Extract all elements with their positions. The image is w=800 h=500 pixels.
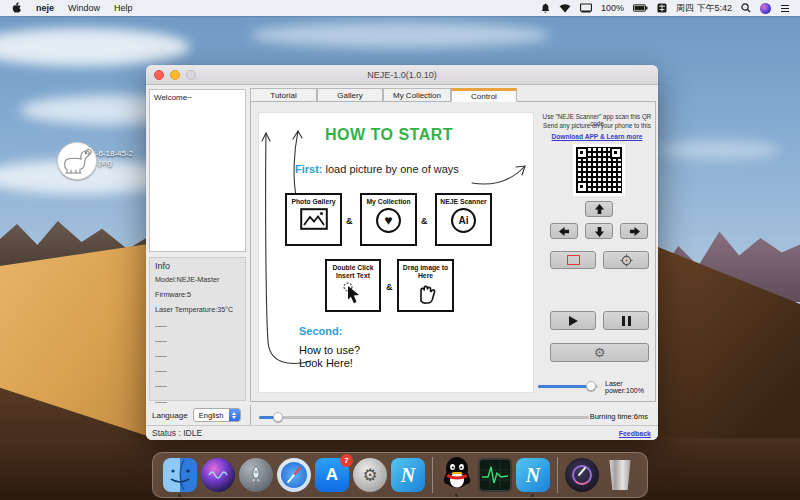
laser-power-slider[interactable] <box>538 385 598 388</box>
center-position-button[interactable] <box>603 251 649 269</box>
dock: A 7 ⚙ N N <box>152 452 648 498</box>
safari-icon <box>277 458 311 492</box>
wifi-icon[interactable] <box>559 4 571 13</box>
my-collection-box[interactable]: My Collection ♥ <box>360 193 417 246</box>
tab-gallery[interactable]: Gallery <box>317 88 383 102</box>
input-source-icon[interactable] <box>657 3 667 13</box>
start-engraving-button[interactable] <box>550 311 596 330</box>
launchpad-rocket-icon <box>239 458 273 492</box>
neje-app-window: NEJE-1.0(1.0.10) Welcome~ Info Model:NEJ… <box>146 65 658 440</box>
siri-icon <box>201 458 235 492</box>
siri-menu-icon[interactable] <box>760 3 771 14</box>
dock-item-trash[interactable] <box>603 458 637 492</box>
move-up-button[interactable] <box>585 201 613 217</box>
neje-scanner-label: NEJE Scanner <box>437 195 490 207</box>
red-rectangle-icon <box>567 255 580 265</box>
window-title-bar[interactable]: NEJE-1.0(1.0.10) <box>146 65 658 85</box>
photo-gallery-box[interactable]: Photo Gallery <box>285 193 342 246</box>
desktop-file[interactable]: 2018-6-6-18-45-2 7.png <box>57 146 147 167</box>
insert-text-box[interactable]: Double Click Insert Text <box>325 259 381 312</box>
zoom-button[interactable] <box>186 70 196 80</box>
preview-frame-button[interactable] <box>550 251 596 269</box>
laser-power-slider-thumb[interactable] <box>586 381 596 391</box>
window-title: NEJE-1.0(1.0.10) <box>367 70 437 80</box>
dock-item-launchpad[interactable] <box>239 458 273 492</box>
info-blank: ----- <box>155 336 240 345</box>
menu-item-help[interactable]: Help <box>114 3 133 13</box>
insert-text-label: Double Click Insert Text <box>327 261 379 280</box>
first-text: load picture by one of ways <box>326 163 459 175</box>
dock-item-finder[interactable] <box>163 458 197 492</box>
dock-item-neje-running[interactable]: N <box>516 458 550 492</box>
language-select[interactable]: English <box>193 408 241 422</box>
tab-control[interactable]: Control <box>451 88 517 102</box>
qq-penguin-icon <box>441 456 473 494</box>
dock-item-app-store[interactable]: A 7 <box>315 458 349 492</box>
settings-button[interactable]: ⚙ <box>550 343 649 362</box>
apple-menu-icon[interactable] <box>12 2 22 14</box>
info-title: Info <box>155 261 240 271</box>
menu-bar-clock[interactable]: 周四 下午5:42 <box>676 2 732 15</box>
feedback-link[interactable]: Feedback <box>619 430 658 437</box>
dog-drawing <box>60 145 94 177</box>
left-arrow-icon <box>559 226 570 237</box>
notification-bell-icon[interactable] <box>541 3 550 14</box>
workspace-canvas[interactable]: HOW TO START First: load picture by one … <box>258 112 534 393</box>
move-down-button[interactable] <box>585 223 613 239</box>
ampersand: & <box>346 216 353 226</box>
dock-separator <box>432 457 433 493</box>
oscilloscope-icon <box>478 458 512 492</box>
laser-power-label: Laser power:100% <box>605 380 655 394</box>
tab-tutorial[interactable]: Tutorial <box>250 88 317 102</box>
select-stepper-icon <box>229 409 240 421</box>
info-firmware: Firmware:5 <box>155 290 240 299</box>
neje-scanner-box[interactable]: NEJE Scanner Ai <box>435 193 492 246</box>
minimize-button[interactable] <box>170 70 180 80</box>
crosshair-icon <box>620 254 633 267</box>
cloud <box>660 140 780 160</box>
status-text: Status : IDLE <box>146 428 619 438</box>
cursor-click-icon <box>327 281 379 305</box>
info-blank: ----- <box>155 381 240 390</box>
dock-item-system-preferences[interactable]: ⚙ <box>353 458 387 492</box>
device-info-panel: Info Model:NEJE-Master Firmware:5 Laser … <box>149 257 246 401</box>
dock-item-neje[interactable]: N <box>391 458 425 492</box>
dock-item-serial-scope[interactable] <box>478 458 512 492</box>
dock-item-gauge[interactable] <box>565 458 599 492</box>
welcome-list[interactable]: Welcome~ <box>149 89 246 252</box>
menu-item-window[interactable]: Window <box>68 3 100 13</box>
pause-engraving-button[interactable] <box>603 311 649 330</box>
battery-icon[interactable] <box>633 4 648 12</box>
language-value: English <box>194 409 229 421</box>
move-left-button[interactable] <box>550 223 578 239</box>
tab-my-collection[interactable]: My Collection <box>383 88 451 102</box>
notification-center-icon[interactable] <box>780 4 790 13</box>
burning-time-row: Burning time:6ms <box>250 405 656 427</box>
first-label: First: <box>295 163 323 175</box>
trash-icon <box>608 460 632 490</box>
burning-time-slider-thumb[interactable] <box>273 412 283 422</box>
burning-time-slider[interactable] <box>259 416 589 419</box>
download-app-link[interactable]: Download APP & Learn more <box>537 133 657 140</box>
spotlight-search-icon[interactable] <box>741 3 751 13</box>
app-store-icon: A 7 <box>315 458 349 492</box>
move-right-button[interactable] <box>620 223 648 239</box>
display-mirroring-icon[interactable] <box>580 3 592 13</box>
drag-image-box[interactable]: Drag image to Here <box>397 259 454 312</box>
photo-icon <box>287 208 340 230</box>
qr-instruction-line2: Send any picture on your phone to this <box>537 122 657 129</box>
menu-item-neje[interactable]: neje <box>36 3 54 13</box>
dock-item-qq[interactable] <box>440 458 474 492</box>
gear-icon: ⚙ <box>353 458 387 492</box>
right-arrow-icon <box>629 226 640 237</box>
welcome-list-item[interactable]: Welcome~ <box>150 90 245 105</box>
second-label: Second: <box>299 325 342 337</box>
second-line1: How to use? <box>299 344 360 356</box>
close-button[interactable] <box>154 70 164 80</box>
photo-gallery-label: Photo Gallery <box>287 195 340 207</box>
dock-item-safari[interactable] <box>277 458 311 492</box>
dock-item-siri[interactable] <box>201 458 235 492</box>
battery-percent: 100% <box>601 3 624 13</box>
info-laser-temp: Laser Temperature:35°C <box>155 305 240 314</box>
info-blank: ----- <box>155 397 240 406</box>
